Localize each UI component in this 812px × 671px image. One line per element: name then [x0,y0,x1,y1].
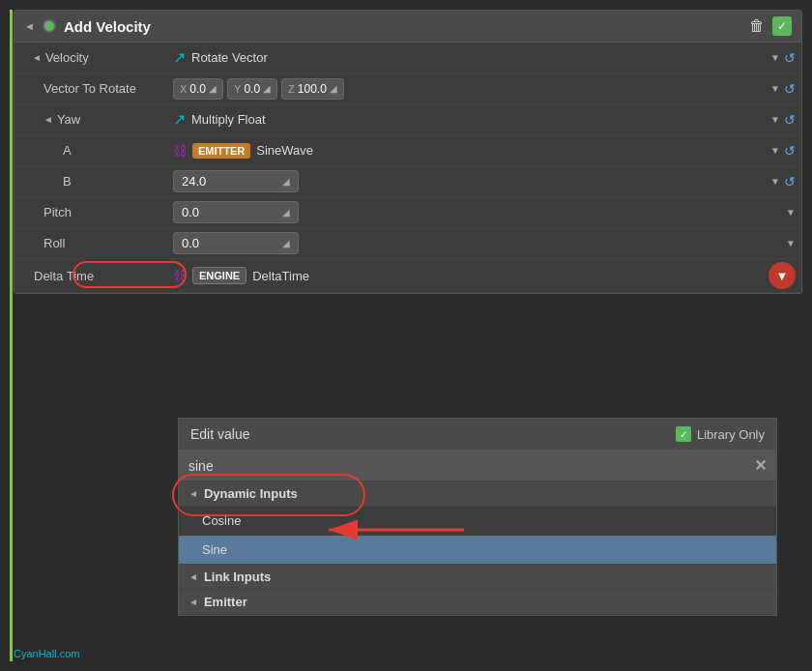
yaw-row: ◄ Yaw ↗ Multiply Float ▼ ↺ [14,104,801,135]
pitch-expand: ◢ [282,207,290,218]
dropdown-list: ◄ Dynamic Inputs Cosine Sine ◄ Link Inpu… [179,481,776,615]
b-value: 24.0 [182,174,206,189]
clear-search-btn[interactable]: ✕ [754,456,767,475]
a-content: ⛓ EMITTER SineWave [169,139,770,162]
pitch-actions: ▼ [786,207,801,218]
enable-checkbox[interactable]: ✓ [772,16,792,36]
x-axis-label: X [180,83,187,95]
b-row: B 24.0 ◢ ▼ ↺ [14,166,801,197]
roll-actions: ▼ [786,238,801,248]
y-field[interactable]: Y 0.0 ◢ [227,78,277,100]
link-inputs-label: Link Inputs [204,569,271,584]
a-dropdown[interactable]: ▼ [770,145,780,156]
yaw-collapse[interactable]: ◄ [44,114,53,125]
velocity-func-label: Rotate Vector [191,50,268,65]
search-value[interactable]: sine [188,458,746,474]
dropdown-title: Edit value [190,426,249,442]
cosine-label: Cosine [202,513,241,528]
vector-content: X 0.0 ◢ Y 0.0 ◢ Z 100.0 ◢ [169,74,770,103]
link-icon-a: ⛓ [173,143,187,159]
dropdown-panel: Edit value ✓ Library Only sine ✕ ◄ Dynam… [178,418,777,616]
yaw-content: ↗ Multiply Float [169,106,770,132]
vector-label: Vector To Rotate [14,75,169,102]
b-actions: ▼ ↺ [770,174,801,190]
b-field[interactable]: 24.0 ◢ [173,170,299,192]
b-dropdown[interactable]: ▼ [770,176,780,187]
pitch-row: Pitch 0.0 ◢ ▼ [14,197,801,228]
emitter-badge: EMITTER [192,143,250,159]
link-collapse-arrow: ◄ [188,571,198,582]
roll-expand: ◢ [282,238,290,248]
yaw-actions: ▼ ↺ [770,112,801,128]
yaw-dropdown[interactable]: ▼ [770,114,780,125]
roll-label: Roll [14,230,169,256]
velocity-dropdown[interactable]: ▼ [770,52,780,63]
library-checkbox[interactable]: ✓ [676,426,691,442]
b-expand: ◢ [282,176,290,187]
engine-badge: ENGINE [192,267,246,284]
z-field[interactable]: Z 100.0 ◢ [281,78,344,100]
vector-dropdown[interactable]: ▼ [770,83,780,94]
pitch-dropdown[interactable]: ▼ [786,207,796,218]
yaw-func-label: Multiply Float [191,112,266,127]
delta-time-label: Delta Time [14,263,169,289]
delta-time-content: ⛓ ENGINE DeltaTime [169,263,768,288]
vector-to-rotate-row: Vector To Rotate X 0.0 ◢ Y 0.0 ◢ Z 100.0… [14,73,801,104]
library-only-section: ✓ Library Only [676,426,765,442]
emitter-header[interactable]: ◄ Emitter [179,590,776,615]
main-panel: ◄ Add Velocity 🗑 ✓ ◄ Velocity ↗ Rotate V… [14,10,802,294]
delta-time-row: Delta Time ⛓ ENGINE DeltaTime ▼ [14,259,801,293]
dynamic-inputs-header[interactable]: ◄ Dynamic Inputs [179,481,776,507]
roll-field[interactable]: 0.0 ◢ [173,232,299,254]
cosine-item[interactable]: Cosine [179,507,776,536]
z-axis-label: Z [288,83,295,95]
roll-row: Roll 0.0 ◢ ▼ [14,228,801,259]
sine-wave-label: SineWave [256,143,313,158]
rotate-vector-icon: ↗ [173,48,186,67]
velocity-label: ◄ Velocity [14,44,169,71]
y-expand: ◢ [263,83,271,94]
velocity-reset[interactable]: ↺ [784,50,796,66]
sine-label: Sine [202,542,227,557]
a-label: A [14,137,169,163]
x-field[interactable]: X 0.0 ◢ [173,78,223,100]
a-row: A ⛓ EMITTER SineWave ▼ ↺ [14,135,801,166]
b-reset[interactable]: ↺ [784,174,796,190]
velocity-content: ↗ Rotate Vector [169,44,770,71]
yaw-reset[interactable]: ↺ [784,112,796,128]
a-reset[interactable]: ↺ [784,143,796,159]
velocity-collapse-arrow[interactable]: ◄ [32,52,42,63]
velocity-actions: ▼ ↺ [770,50,801,66]
y-value: 0.0 [244,82,260,96]
collapse-icon[interactable]: ◄ [24,20,35,32]
dynamic-inputs-label: Dynamic Inputs [204,486,298,501]
pitch-value: 0.0 [182,205,199,219]
pitch-field[interactable]: 0.0 ◢ [173,201,299,223]
x-expand: ◢ [209,83,217,94]
vector-actions: ▼ ↺ [770,81,801,97]
left-accent-bar [10,10,13,661]
vector-reset[interactable]: ↺ [784,81,796,97]
watermark: CyanHall.com [14,648,79,659]
delta-time-func-label: DeltaTime [252,269,309,283]
a-actions: ▼ ↺ [770,143,801,159]
yaw-label: ◄ Yaw [14,106,169,132]
roll-value: 0.0 [182,236,199,250]
dynamic-collapse-arrow: ◄ [188,488,198,499]
delta-time-dropdown-btn[interactable]: ▼ [768,262,796,289]
dropdown-arrow-icon: ▼ [776,269,789,283]
b-content: 24.0 ◢ [169,166,770,196]
emitter-label: Emitter [204,595,247,609]
pitch-label: Pitch [14,199,169,225]
b-label: B [14,168,169,194]
link-inputs-header[interactable]: ◄ Link Inputs [179,565,776,590]
panel-title: Add Velocity [64,18,741,35]
panel-header: ◄ Add Velocity 🗑 ✓ [14,11,801,43]
roll-dropdown[interactable]: ▼ [786,238,796,248]
multiply-icon: ↗ [173,110,186,129]
delete-icon[interactable]: 🗑 [749,17,765,35]
link-icon-delta: ⛓ [173,268,187,283]
search-row: sine ✕ [179,451,776,481]
sine-item[interactable]: Sine [179,536,776,565]
pitch-content: 0.0 ◢ [169,197,786,227]
